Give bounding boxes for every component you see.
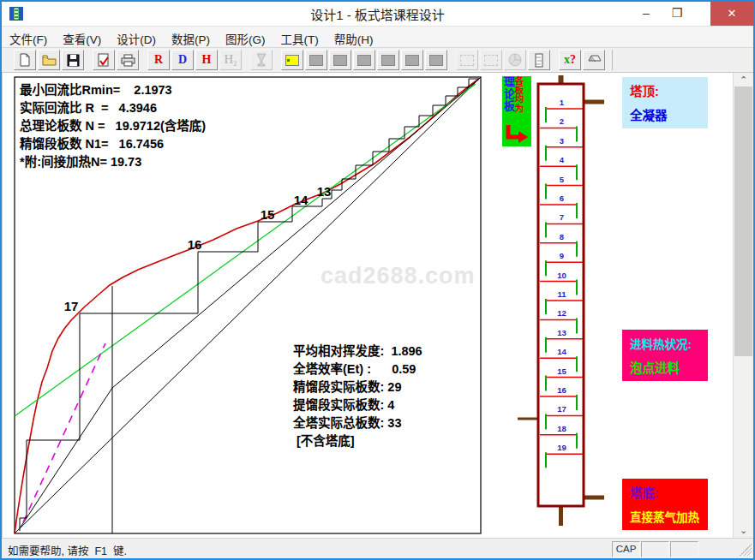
text-line: *附:间接加热N= 19.73 (20, 153, 206, 171)
feed-state-title: 进料热状况: (630, 335, 700, 354)
height-calc-icon[interactable]: H (195, 50, 218, 70)
plot-button-5-icon[interactable] (401, 50, 423, 70)
open-file-icon[interactable] (38, 50, 60, 70)
num-lock-indicator (641, 541, 669, 557)
stage-label: 14 (294, 193, 309, 207)
zoom-out-icon (480, 50, 502, 70)
plot-button-4-icon[interactable] (377, 50, 399, 70)
plate-number: 2 (560, 116, 564, 126)
text-line: [不含塔底] (293, 432, 422, 450)
menu-item-tools[interactable]: 工具(T) (273, 27, 327, 47)
tower-bottom-box: 塔底: 直接蒸气加热 (622, 479, 708, 530)
tower-top-title: 塔顶: (630, 82, 700, 102)
tower-bottom-title: 塔底: (630, 484, 700, 503)
plate-number: 12 (557, 308, 566, 318)
reflux-results-text: 最小回流比Rmin= 2.1973实际回流比 R = 4.3946总理论板数 N… (20, 81, 206, 171)
plate-number: 13 (557, 328, 566, 337)
close-button[interactable]: ✕ (710, 2, 753, 27)
stage-label: 17 (64, 299, 79, 313)
menu-item-file[interactable]: 文件(F) (2, 27, 55, 47)
scroll-lock-indicator (670, 541, 698, 557)
menu-item-data[interactable]: 数据(P) (164, 27, 218, 47)
erase-icon[interactable] (583, 50, 605, 70)
text-line: 提馏段实际板数: 4 (293, 396, 422, 414)
plate-number: 1 (560, 98, 565, 107)
client-area: 131415161712345678910111213141516171819 … (2, 73, 730, 538)
menu-item-graph[interactable]: 图形(G) (218, 27, 273, 47)
toolbar-separator (612, 50, 613, 70)
plate-number: 14 (557, 347, 566, 356)
stripping-line-dashed (23, 343, 105, 522)
plate-number: 9 (560, 251, 564, 260)
title-bar: 设计1 - 板式塔课程设计 – ❒ ✕ (2, 2, 753, 26)
print-preview-icon[interactable] (93, 50, 115, 70)
menu-item-design[interactable]: 设计(D) (109, 27, 164, 47)
watermark: cad2688.com (321, 263, 476, 289)
plate-number: 19 (557, 443, 566, 452)
stage-label: 16 (188, 237, 202, 252)
maximize-button[interactable]: ❒ (662, 2, 692, 27)
diameter-calc-icon[interactable]: D (171, 50, 194, 70)
arrow-icon (504, 125, 530, 146)
stage-label: 15 (261, 207, 275, 222)
plate-number: 5 (560, 175, 565, 184)
toolbar: RDHH₂x? (2, 48, 753, 73)
new-file-icon[interactable] (14, 50, 36, 70)
plate-number: 18 (557, 424, 566, 433)
caps-lock-indicator: CAP (612, 541, 640, 557)
print-icon[interactable] (117, 50, 139, 70)
plate-number: 4 (560, 155, 565, 164)
plate-number: 15 (557, 366, 566, 376)
feed-state-value: 泡点进料 (630, 359, 700, 378)
tower-top-value: 全凝器 (630, 106, 700, 126)
plot-button-3-icon[interactable] (353, 50, 375, 70)
scrollbar-thumb[interactable] (734, 86, 752, 356)
query-help-icon[interactable]: x? (559, 50, 581, 70)
app-window: 设计1 - 板式塔课程设计 – ❒ ✕ 文件(F)查看(V)设计(D)数据(P)… (0, 0, 755, 560)
vertical-scrollbar[interactable]: ⌃ ⌄ (733, 73, 753, 538)
tower-bottom-value: 直接蒸气加热 (630, 508, 700, 527)
hydraulics-icon (250, 50, 273, 70)
plate-number: 3 (560, 136, 564, 146)
text-line: 实际回流比 R = 4.3946 (20, 99, 206, 117)
height2-calc-icon: H₂ (219, 50, 242, 70)
plot-button-1-icon[interactable] (305, 50, 327, 70)
plot-button-6-icon[interactable] (425, 50, 447, 70)
tower-view-icon[interactable] (528, 50, 550, 70)
minimize-button[interactable]: – (632, 2, 661, 27)
stage-label: 13 (317, 184, 332, 199)
status-bar: 如需要帮助, 请按 F1 键. CAP (2, 538, 753, 558)
pie-chart-icon (504, 50, 526, 70)
text-line: 全塔效率(Et) : 0.59 (293, 360, 422, 378)
theory-plate-note-box: 理论板 各板均为 (502, 76, 531, 146)
menu-item-view[interactable]: 查看(V) (55, 27, 109, 47)
tower-top-box: 塔顶: 全凝器 (622, 77, 708, 128)
save-icon[interactable] (62, 50, 84, 70)
text-line: 最小回流比Rmin= 2.1973 (20, 81, 206, 99)
plate-number: 7 (560, 212, 564, 222)
text-line: 全塔实际总板数: 33 (293, 414, 422, 432)
plate-number: 6 (560, 194, 564, 203)
text-line: 平均相对挥发度: 1.896 (293, 343, 422, 360)
zoom-in-icon (456, 50, 478, 70)
plate-number: 8 (560, 232, 564, 241)
menu-item-help[interactable]: 帮助(H) (327, 27, 381, 47)
text-line: 总理论板数 N = 19.9712(含塔底) (20, 117, 206, 135)
reflux-calc-icon[interactable]: R (147, 50, 170, 70)
scroll-up-icon[interactable]: ⌃ (734, 73, 753, 87)
plate-number: 16 (557, 385, 566, 395)
plate-number: 11 (557, 289, 566, 299)
text-line: 精馏段实际板数: 29 (293, 378, 422, 396)
feed-state-box: 进料热状况: 泡点进料 (622, 330, 708, 381)
plate-number: 10 (557, 271, 566, 280)
plate-number: 17 (557, 404, 566, 414)
resize-grip[interactable] (740, 544, 752, 556)
text-line: 精馏段板数 N1= 16.7456 (20, 135, 206, 153)
status-help-text: 如需要帮助, 请按 F1 键. (8, 542, 127, 558)
scroll-down-icon[interactable]: ⌄ (734, 523, 753, 538)
xy-plot-icon[interactable] (281, 50, 303, 70)
menu-bar: 文件(F)查看(V)设计(D)数据(P)图形(G)工具(T)帮助(H) (2, 26, 753, 48)
efficiency-results-text: 平均相对挥发度: 1.896全塔效率(Et) : 0.59精馏段实际板数: 29… (293, 343, 422, 450)
plot-button-2-icon[interactable] (329, 50, 351, 70)
